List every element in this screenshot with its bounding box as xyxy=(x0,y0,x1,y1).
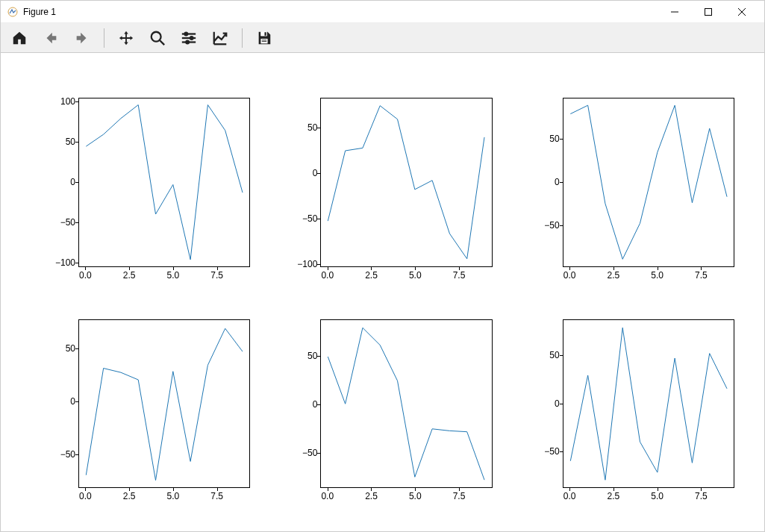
y-tick-mark xyxy=(560,404,563,404)
svg-point-11 xyxy=(190,37,193,40)
svg-rect-14 xyxy=(264,32,266,36)
y-tick-mark xyxy=(317,173,320,174)
x-tick-mark xyxy=(371,267,372,270)
home-button[interactable] xyxy=(10,28,29,48)
x-tick-mark xyxy=(217,267,218,270)
svg-rect-2 xyxy=(705,8,711,15)
maximize-button[interactable] xyxy=(691,1,725,23)
plot-box[interactable] xyxy=(320,319,492,489)
x-tick-label: 5.0 xyxy=(651,491,663,501)
x-tick-mark xyxy=(658,267,658,270)
y-tick-label: −100 xyxy=(297,259,317,269)
edit-axis-button[interactable] xyxy=(210,28,230,48)
y-tick-label: −50 xyxy=(302,448,317,458)
y-tick-label: −50 xyxy=(60,217,75,228)
y-tick-mark xyxy=(75,454,78,455)
x-tick-mark xyxy=(173,488,174,491)
svg-line-6 xyxy=(160,40,164,44)
plot-box[interactable] xyxy=(320,98,492,267)
subplot-2[interactable]: −500500.02.55.07.5 xyxy=(530,98,734,290)
y-tick-mark xyxy=(560,451,563,452)
figure-area[interactable]: −100−500501000.02.55.07.5 −100−500500.02… xyxy=(1,53,764,532)
y-tick-mark xyxy=(75,348,78,349)
y-tick-mark xyxy=(560,139,563,140)
x-tick-mark xyxy=(569,488,570,491)
x-tick-mark xyxy=(328,488,328,491)
close-button[interactable] xyxy=(725,1,758,23)
y-tick-mark xyxy=(560,355,563,356)
back-button[interactable] xyxy=(41,28,60,48)
x-tick-mark xyxy=(85,267,86,270)
window-title: Figure 1 xyxy=(23,7,56,17)
x-tick-mark xyxy=(613,267,614,270)
y-tick-mark xyxy=(317,404,320,405)
y-tick-label: 50 xyxy=(307,122,317,133)
x-tick-label: 2.5 xyxy=(365,270,378,281)
y-tick-label: −50 xyxy=(302,213,317,224)
y-tick-mark xyxy=(317,219,320,219)
save-button[interactable] xyxy=(255,28,274,48)
y-tick-label: −100 xyxy=(55,257,75,268)
y-tick-mark xyxy=(317,453,320,454)
x-tick-label: 0.0 xyxy=(321,491,334,501)
y-tick-mark xyxy=(75,142,78,143)
y-tick-mark xyxy=(75,182,78,183)
minimize-button[interactable] xyxy=(658,1,691,23)
configure-subplots-button[interactable] xyxy=(179,28,199,48)
x-tick-mark xyxy=(173,267,174,270)
plot-box[interactable] xyxy=(78,319,250,489)
x-tick-mark xyxy=(701,488,702,491)
y-tick-label: −50 xyxy=(544,220,559,231)
x-tick-label: 2.5 xyxy=(123,491,136,501)
x-tick-label: 7.5 xyxy=(695,270,708,281)
x-tick-mark xyxy=(658,488,658,491)
toolbar xyxy=(1,23,764,53)
y-tick-mark xyxy=(317,128,320,128)
x-tick-mark xyxy=(459,488,460,491)
plot-box[interactable] xyxy=(563,319,734,489)
subplot-1[interactable]: −100−500500.02.55.07.5 xyxy=(287,98,492,290)
y-tick-label: −50 xyxy=(544,446,559,457)
subplot-5[interactable]: −500500.02.55.07.5 xyxy=(530,319,734,511)
zoom-button[interactable] xyxy=(148,28,167,48)
plot-box[interactable] xyxy=(563,98,734,267)
svg-point-5 xyxy=(152,31,161,41)
y-tick-label: 0 xyxy=(313,399,318,410)
x-tick-label: 7.5 xyxy=(453,270,466,281)
x-tick-label: 5.0 xyxy=(651,270,663,281)
y-tick-label: 0 xyxy=(70,396,75,407)
subplot-4[interactable]: −500500.02.55.07.5 xyxy=(287,319,492,511)
y-tick-label: 50 xyxy=(66,343,75,354)
x-tick-mark xyxy=(85,488,86,491)
x-tick-mark xyxy=(701,267,702,270)
x-tick-mark xyxy=(613,488,614,491)
y-tick-mark xyxy=(75,263,78,263)
x-tick-label: 0.0 xyxy=(563,491,576,501)
x-tick-mark xyxy=(415,488,416,491)
x-tick-label: 2.5 xyxy=(607,491,619,501)
y-tick-mark xyxy=(560,225,563,226)
x-tick-mark xyxy=(459,267,460,270)
x-tick-mark xyxy=(371,488,372,491)
x-tick-label: 0.0 xyxy=(79,270,92,281)
x-tick-label: 5.0 xyxy=(167,270,180,281)
subplot-0[interactable]: −100−500501000.02.55.07.5 xyxy=(46,98,250,290)
x-tick-mark xyxy=(415,267,416,270)
y-tick-label: 50 xyxy=(307,351,317,361)
app-icon xyxy=(7,6,19,18)
x-tick-label: 7.5 xyxy=(210,491,223,501)
subplot-3[interactable]: −500500.02.55.07.5 xyxy=(46,319,250,511)
pan-button[interactable] xyxy=(116,28,136,48)
forward-button[interactable] xyxy=(72,28,92,48)
subplot-grid: −100−500501000.02.55.07.5 −100−500500.02… xyxy=(46,98,734,510)
y-tick-label: 0 xyxy=(555,177,560,187)
y-tick-mark xyxy=(75,101,78,102)
y-tick-mark xyxy=(317,356,320,357)
y-tick-label: 50 xyxy=(66,137,75,147)
x-tick-label: 2.5 xyxy=(365,491,378,501)
x-tick-label: 7.5 xyxy=(695,491,708,501)
plot-box[interactable] xyxy=(78,98,250,267)
x-tick-mark xyxy=(129,267,130,270)
x-tick-mark xyxy=(217,488,218,491)
x-tick-label: 5.0 xyxy=(167,491,180,501)
